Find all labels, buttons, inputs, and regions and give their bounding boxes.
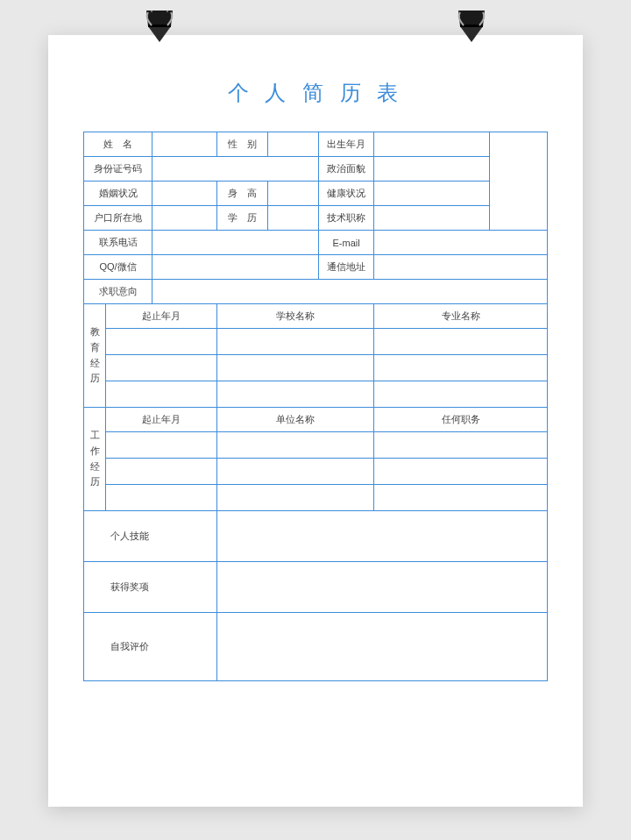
resume-form-table: 姓 名 性 别 出生年月 身份证号码 政治面貌 婚姻状况 身 高 健康状况 户口… [83, 132, 548, 681]
field-address [374, 255, 548, 280]
label-workexp: 工作经历 [84, 408, 106, 511]
field-jobtitle [374, 206, 490, 231]
field-name [152, 132, 217, 157]
field-marital [152, 182, 217, 206]
label-qq: QQ/微信 [84, 255, 152, 280]
edu-row [216, 355, 373, 381]
field-awards [216, 562, 547, 613]
label-self: 自我评价 [84, 613, 217, 681]
label-skills: 个人技能 [84, 511, 217, 562]
edu-row [216, 329, 373, 355]
edu-row [106, 381, 217, 408]
field-political [374, 157, 490, 182]
label-major: 专业名称 [374, 304, 548, 329]
field-skills [216, 511, 547, 562]
label-gender: 性 别 [216, 132, 267, 157]
field-idnum [152, 157, 319, 182]
work-row [216, 485, 373, 511]
field-qq [152, 255, 319, 280]
label-school: 学校名称 [216, 304, 373, 329]
work-row [374, 432, 548, 459]
field-height [267, 182, 318, 206]
work-row [216, 432, 373, 459]
edu-row [374, 329, 548, 355]
field-birth [374, 132, 490, 157]
label-health: 健康状况 [318, 182, 373, 206]
work-row [106, 459, 217, 485]
work-row [216, 459, 373, 485]
edu-row [374, 381, 548, 408]
edu-row [374, 355, 548, 381]
document-title: 个 人 简 历 表 [83, 79, 548, 107]
label-intent: 求职意向 [84, 280, 152, 304]
label-awards: 获得奖项 [84, 562, 217, 613]
field-health [374, 182, 490, 206]
photo-area [490, 132, 548, 231]
field-email [374, 231, 548, 255]
label-marital: 婚姻状况 [84, 182, 152, 206]
label-hukou: 户口所在地 [84, 206, 152, 231]
label-political: 政治面貌 [318, 157, 373, 182]
label-address: 通信地址 [318, 255, 373, 280]
label-jobtitle: 技术职称 [318, 206, 373, 231]
label-phone: 联系电话 [84, 231, 152, 255]
label-position: 任何职务 [374, 408, 548, 432]
work-row [374, 485, 548, 511]
label-idnum: 身份证号码 [84, 157, 152, 182]
work-row [106, 432, 217, 459]
label-name: 姓 名 [84, 132, 152, 157]
field-education [267, 206, 318, 231]
work-row [374, 459, 548, 485]
field-hukou [152, 206, 217, 231]
field-self [216, 613, 547, 681]
document-page: 个 人 简 历 表 姓 名 性 别 出生年月 身份证号码 政治面貌 婚姻状况 身… [48, 35, 583, 807]
label-height: 身 高 [216, 182, 267, 206]
label-company: 单位名称 [216, 408, 373, 432]
edu-row [106, 329, 217, 355]
label-period: 起止年月 [106, 304, 217, 329]
binder-clip-icon [448, 11, 495, 49]
label-education: 学 历 [216, 206, 267, 231]
label-birth: 出生年月 [318, 132, 373, 157]
edu-row [106, 355, 217, 381]
label-period: 起止年月 [106, 408, 217, 432]
field-intent [152, 280, 548, 304]
label-eduexp: 教育经历 [84, 304, 106, 408]
edu-row [216, 381, 373, 408]
work-row [106, 485, 217, 511]
binder-clip-icon [136, 11, 183, 49]
field-phone [152, 231, 319, 255]
label-email: E-mail [318, 231, 373, 255]
field-gender [267, 132, 318, 157]
